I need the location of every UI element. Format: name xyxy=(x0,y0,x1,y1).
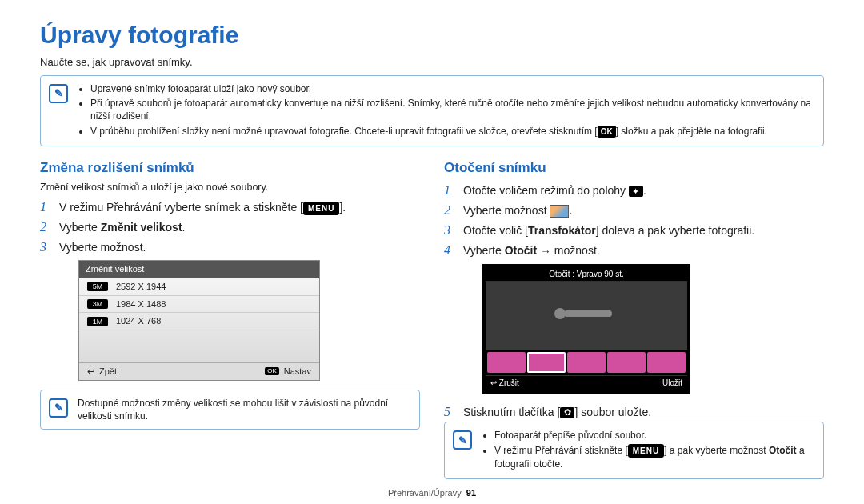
ok-icon: OK xyxy=(265,367,279,376)
right-step-5: Stisknutím tlačítka [✿] soubor uložte. xyxy=(444,402,824,422)
step-text: Otočte voličem režimů do polohy xyxy=(463,184,629,197)
step-text: možnost. xyxy=(551,244,600,257)
footer-section: Přehrávání/Úpravy xyxy=(388,488,462,498)
step-text: V režimu Přehrávání vyberte snímek a sti… xyxy=(59,201,303,214)
top-note-item: Upravené snímky fotoaparát uloží jako no… xyxy=(90,82,815,95)
preview-person-icon xyxy=(554,304,618,328)
step-text: . xyxy=(643,184,646,197)
lcd-back[interactable]: ↩ Zpět xyxy=(87,366,117,378)
rotate-thumb-selected[interactable] xyxy=(527,352,566,373)
mode-dial-icon: ✦ xyxy=(629,186,643,197)
step-text: ]. xyxy=(339,201,346,214)
left-steps: V režimu Přehrávání vyberte snímek a sti… xyxy=(40,198,420,390)
right-step-1: Otočte voličem režimů do polohy ✦. xyxy=(444,181,824,201)
lcd-save-label: Uložit xyxy=(662,378,682,387)
left-step-3: Vyberte možnost. Změnit velikost 5M 2592… xyxy=(40,238,420,390)
top-note-item-text: V průběhu prohlížení složky není možné u… xyxy=(90,126,598,137)
lcd-rotate-footer: ↩ Zrušit Uložit xyxy=(486,375,687,390)
step-text-bold: Změnit velikost xyxy=(101,221,182,234)
resolution-badge: 3M xyxy=(87,299,108,309)
resolution-badge: 1M xyxy=(87,317,108,326)
ok-icon: OK xyxy=(598,126,616,138)
lcd-back-label: Zpět xyxy=(99,366,117,378)
left-note-box: ✎ Dostupné možnosti změny velikosti se m… xyxy=(40,390,420,430)
step-text: Vyberte xyxy=(463,244,505,257)
top-note-item: Při úpravě souborů je fotoaparát automat… xyxy=(90,97,815,122)
step-text: . xyxy=(182,221,186,234)
right-note-bold: Otočit xyxy=(769,445,797,456)
lcd-row[interactable]: 5M 2592 X 1944 xyxy=(79,278,319,296)
lcd-resize: Změnit velikost 5M 2592 X 1944 3M 1984 X… xyxy=(78,260,320,381)
rotate-thumb[interactable] xyxy=(567,352,606,373)
page-title: Úpravy fotografie xyxy=(40,19,824,52)
resolution-text: 2592 X 1944 xyxy=(116,281,166,293)
right-step-3: Otočte volič [Transfokátor] doleva a pak… xyxy=(444,221,824,241)
lcd-rotate-preview xyxy=(486,282,687,350)
arrow-icon: → xyxy=(540,245,551,258)
rotate-thumb[interactable] xyxy=(647,352,686,373)
lcd-title: Změnit velikost xyxy=(79,261,319,278)
page-footer: Přehrávání/Úpravy 91 xyxy=(0,487,864,499)
right-step-2: Vyberte možnost . xyxy=(444,201,824,221)
left-step-2: Vyberte Změnit velikost. xyxy=(40,218,420,238)
lcd-rotate: Otočit : Vpravo 90 st. xyxy=(482,264,690,394)
step-text-bold: Otočit xyxy=(505,244,537,257)
left-note-text: Dostupné možnosti změny velikosti se moh… xyxy=(78,397,411,422)
rotate-thumb[interactable] xyxy=(487,352,526,373)
macro-flower-icon: ✿ xyxy=(560,407,574,418)
right-note-item: V režimu Přehrávání stiskněte [MENU] a p… xyxy=(494,444,815,471)
right-note-item: Fotoaparát přepíše původní soubor. xyxy=(494,429,815,442)
step-text-bold: Transfokátor xyxy=(528,224,596,237)
edit-thumbnail-icon xyxy=(550,205,569,218)
lcd-save[interactable]: Uložit xyxy=(662,378,682,389)
step-text: Stisknutím tlačítka [ xyxy=(463,406,560,418)
step-text: Vyberte možnost. xyxy=(59,241,146,254)
right-note-list: Fotoaparát přepíše původní soubor. V rež… xyxy=(482,429,815,472)
right-steps: Otočte voličem režimů do polohy ✦. Vyber… xyxy=(444,181,824,422)
lcd-set[interactable]: OK Nastav xyxy=(265,366,311,378)
note-icon: ✎ xyxy=(49,398,68,418)
right-step-4: Vyberte Otočit → možnost. Otočit : Vprav… xyxy=(444,241,824,402)
lcd-rotate-outer: Otočit : Vpravo 90 st. xyxy=(482,264,690,394)
step-text: . xyxy=(569,204,572,217)
left-step-1: V režimu Přehrávání vyberte snímek a sti… xyxy=(40,198,420,218)
lcd-row[interactable]: 1M 1024 X 768 xyxy=(79,313,319,330)
lcd-row[interactable]: 3M 1984 X 1488 xyxy=(79,296,319,314)
resolution-text: 1024 X 768 xyxy=(116,315,161,327)
menu-button-icon: MENU xyxy=(303,202,339,216)
lcd-set-label: Nastav xyxy=(284,366,311,378)
top-note-item: V průběhu prohlížení složky není možné u… xyxy=(90,125,815,138)
note-icon: ✎ xyxy=(49,84,68,103)
lcd-body: 5M 2592 X 1944 3M 1984 X 1488 1M 1024 X … xyxy=(79,278,319,362)
lcd-rotate-title: Otočit : Vpravo 90 st. xyxy=(486,267,687,282)
lcd-footer: ↩ Zpět OK Nastav xyxy=(79,362,319,380)
footer-page-number: 91 xyxy=(466,488,476,498)
lcd-cancel-label: Zrušit xyxy=(499,378,519,387)
right-note-text: ] a pak vyberte možnost xyxy=(664,445,769,456)
top-note-box: ✎ Upravené snímky fotoaparát uloží jako … xyxy=(40,75,824,146)
resolution-badge: 5M xyxy=(87,282,108,291)
step-text: ] soubor uložte. xyxy=(574,406,651,418)
menu-button-icon: MENU xyxy=(628,444,664,458)
rotate-thumb[interactable] xyxy=(607,352,646,373)
note-icon: ✎ xyxy=(453,430,472,450)
lcd-cancel[interactable]: ↩ Zrušit xyxy=(490,378,519,389)
step-text: ] doleva a pak vyberte fotografii. xyxy=(596,224,754,237)
column-right: Otočení snímku Otočte voličem režimů do … xyxy=(444,154,824,486)
step-text: Otočte volič [ xyxy=(463,224,528,237)
right-note-box: ✎ Fotoaparát přepíše původní soubor. V r… xyxy=(444,422,824,479)
top-note-list: Upravené snímky fotoaparát uloží jako no… xyxy=(78,82,815,139)
left-desc: Změní velikost snímků a uloží je jako no… xyxy=(40,181,420,194)
page-root: Úpravy fotografie Naučte se, jak upravov… xyxy=(0,0,864,504)
page-intro: Naučte se, jak upravovat snímky. xyxy=(40,55,824,70)
back-icon: ↩ xyxy=(87,366,94,378)
right-note-text: V režimu Přehrávání stiskněte [ xyxy=(494,445,628,456)
step-text: Vyberte xyxy=(59,221,101,234)
step-text: Vyberte možnost xyxy=(463,204,550,217)
top-note-item-tail: ] složku a pak přejděte na fotografii. xyxy=(616,126,767,137)
content-columns: Změna rozlišení snímků Změní velikost sn… xyxy=(40,154,824,486)
lcd-rotate-thumbs xyxy=(486,350,687,375)
column-left: Změna rozlišení snímků Změní velikost sn… xyxy=(40,154,420,486)
right-heading: Otočení snímku xyxy=(444,159,824,178)
resolution-text: 1984 X 1488 xyxy=(116,298,166,310)
